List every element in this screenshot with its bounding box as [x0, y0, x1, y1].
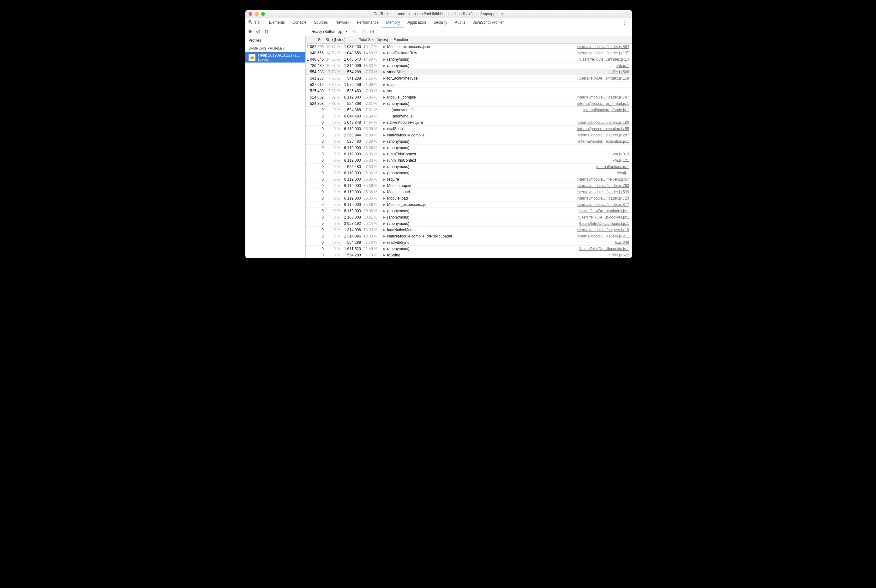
tab-elements[interactable]: Elements — [265, 18, 289, 27]
expand-arrow-icon[interactable]: ▶ — [383, 178, 387, 181]
table-row[interactable]: 524 3687.31 %524 3687.31 %▶(anonymous)in… — [306, 100, 632, 107]
expand-arrow-icon[interactable]: ▶ — [383, 209, 387, 213]
source-link[interactable]: internal/module…/helpers.js:67 — [577, 177, 629, 182]
source-link[interactable]: vm.js:121 — [613, 158, 629, 163]
table-row[interactable]: 00 %1 611 52022.48 %▶(anonymous)/Users/f… — [306, 246, 632, 252]
source-link[interactable]: vm.js:312 — [613, 152, 629, 156]
expand-arrow-icon[interactable]: ▶ — [383, 203, 387, 206]
expand-arrow-icon[interactable]: ▶ — [383, 64, 387, 67]
table-row[interactable]: 00 %6 119 00085.36 %▶Module.loadinternal… — [306, 195, 632, 201]
source-link[interactable]: internal/proces…er_thread.js:1 — [577, 101, 629, 106]
table-row[interactable]: 00 %3 953 19255.14 %▶(anonymous)/Users/f… — [306, 220, 632, 227]
inspect-icon[interactable] — [247, 19, 254, 26]
close-icon[interactable] — [249, 12, 252, 16]
table-row[interactable]: 00 %6 119 00085.36 %▶requireinternal/mod… — [306, 176, 632, 183]
expand-arrow-icon[interactable]: ▶ — [383, 77, 387, 80]
source-link[interactable]: /Users/felix/De…b/cookies.js:1 — [578, 215, 629, 219]
source-link[interactable]: /Users/felix/De…s/index.js:158 — [578, 76, 629, 81]
tab-audits[interactable]: Audits — [451, 18, 469, 27]
table-row[interactable]: 1 087 20015.17 %1 087 20015.17 %▶Module.… — [306, 44, 632, 50]
table-row[interactable]: 00 %6 119 00085.36 %▶Module._extensions.… — [306, 201, 632, 208]
table-row[interactable]: 525 4807.33 %525 4807.33 %▶set — [306, 88, 632, 94]
source-link[interactable]: buffer.js:568 — [609, 70, 629, 74]
eye-icon[interactable] — [352, 29, 357, 34]
expand-arrow-icon[interactable]: ▶ — [383, 247, 387, 250]
table-row[interactable]: 1 048 64014.63 %1 048 64014.63 %▶(anonym… — [306, 56, 632, 63]
source-link[interactable]: internal/proces…xecution.js:55 — [577, 127, 629, 131]
table-row[interactable]: 554 2887.73 %554 2887.73 %▶stringSlicebu… — [306, 69, 632, 75]
source-link[interactable]: /Users/felix/De…ib/cookie.js:1 — [579, 247, 629, 251]
device-icon[interactable] — [254, 19, 261, 26]
expand-arrow-icon[interactable]: ▶ — [383, 89, 387, 93]
source-link[interactable]: buffer.js:622 — [609, 253, 629, 257]
clear-icon[interactable] — [256, 29, 261, 34]
source-link[interactable]: internal/module…/helpers.js:19 — [577, 228, 629, 232]
source-link[interactable]: internal/module…/loader.js:884 — [577, 45, 629, 49]
grid-body[interactable]: 1 087 20015.17 %1 087 20015.17 %▶Module.… — [306, 44, 632, 258]
source-link[interactable]: internal/bootst…execution.js:1 — [578, 139, 629, 144]
expand-arrow-icon[interactable]: ▶ — [383, 235, 387, 238]
table-row[interactable]: 00 %6 119 00085.36 %▶Module.requireinter… — [306, 183, 632, 189]
table-row[interactable]: 00 %525 4807.33 %▶(anonymous)internal/bo… — [306, 138, 632, 145]
table-row[interactable]: 1 048 65614.63 %1 048 65614.63 %▶readPac… — [306, 50, 632, 56]
table-row[interactable]: 524 8327.32 %6 119 00085.36 %▶Module._co… — [306, 94, 632, 100]
table-row[interactable]: 00 %554 2887.73 %▶readFileSyncfs.js:346 — [306, 239, 632, 246]
col-total-size[interactable]: Total Size (bytes) — [348, 36, 391, 43]
table-row[interactable]: 527 6167.36 %1 576 25621.99 %▶map — [306, 81, 632, 88]
table-row[interactable]: 00 %524 3687.31 %(anonymous)internal/boo… — [306, 107, 632, 113]
table-row[interactable]: 00 %6 644 48092.69 %(anonymous) — [306, 113, 632, 119]
source-link[interactable]: internal/bootst…loaders.js:183 — [578, 120, 629, 125]
expand-arrow-icon[interactable]: ▶ — [383, 228, 387, 231]
source-link[interactable]: /Users/felix/De…t/request.js:1 — [579, 221, 629, 226]
sidebar-item-heap-profile[interactable]: Heap.20190913.121710.540 Loaded — [245, 52, 305, 63]
expand-arrow-icon[interactable]: ▶ — [383, 102, 387, 105]
expand-arrow-icon[interactable]: ▶ — [383, 58, 387, 61]
expand-arrow-icon[interactable]: ▶ — [383, 153, 387, 156]
expand-arrow-icon[interactable]: ▶ — [383, 254, 387, 257]
col-self-size[interactable]: Self Size (bytes) — [306, 36, 348, 43]
view-mode-select[interactable]: Heavy (Bottom Up) ▼ — [311, 29, 348, 34]
tab-network[interactable]: Network — [332, 18, 353, 27]
table-row[interactable]: 00 %6 119 00085.36 %▶(anonymous)/Users/f… — [306, 208, 632, 214]
table-row[interactable]: 00 %1 314 09618.33 %▶loadNativeModuleint… — [306, 227, 632, 233]
source-link[interactable]: internal/module…/loader.js:787 — [577, 95, 629, 99]
table-row[interactable]: 00 %6 119 00085.36 %▶evalScriptinternal/… — [306, 126, 632, 132]
table-row[interactable]: 00 %1 314 09618.33 %▶NativeModule.compil… — [306, 233, 632, 239]
expand-arrow-icon[interactable]: ▶ — [383, 146, 387, 149]
record-icon[interactable] — [248, 29, 252, 34]
expand-arrow-icon[interactable]: ▶ — [383, 159, 387, 162]
delete-icon[interactable] — [264, 29, 269, 34]
expand-arrow-icon[interactable]: ▶ — [383, 197, 387, 200]
kebab-icon[interactable]: ⋮ — [619, 20, 630, 26]
col-function[interactable]: Function — [391, 36, 632, 43]
expand-arrow-icon[interactable]: ▶ — [383, 241, 387, 244]
source-link[interactable]: internal/module…/loader.js:599 — [577, 190, 629, 194]
tab-security[interactable]: Security — [430, 18, 451, 27]
expand-arrow-icon[interactable]: ▶ — [383, 165, 387, 168]
expand-arrow-icon[interactable]: ▶ — [383, 140, 387, 143]
expand-arrow-icon[interactable]: ▶ — [383, 184, 387, 187]
table-row[interactable]: 00 %6 119 00085.36 %▶(anonymous)[eval]:1 — [306, 170, 632, 176]
table-row[interactable]: 786 48010.97 %1 314 09618.33 %▶(anonymou… — [306, 63, 632, 69]
tab-console[interactable]: Console — [289, 18, 310, 27]
source-link[interactable]: fs.js:346 — [615, 240, 629, 245]
expand-arrow-icon[interactable]: ▶ — [383, 70, 387, 74]
expand-arrow-icon[interactable]: ▶ — [383, 45, 387, 48]
tab-application[interactable]: Application — [404, 18, 430, 27]
tab-performance[interactable]: Performance — [353, 18, 382, 27]
expand-arrow-icon[interactable]: ▶ — [383, 222, 387, 225]
tab-javascript-profiler[interactable]: JavaScript Profiler — [469, 18, 507, 27]
source-link[interactable]: internal/bootstrap/node.js:1 — [583, 108, 629, 112]
table-row[interactable]: 541 2887.55 %541 2887.55 %▶forEachMimeTy… — [306, 75, 632, 81]
close-icon[interactable] — [361, 29, 365, 34]
source-link[interactable]: /Users/felix/De…est/index.js:1 — [579, 209, 629, 213]
source-link[interactable]: internal/module…/loader.js:197 — [577, 51, 629, 55]
expand-arrow-icon[interactable]: ▶ — [383, 216, 387, 219]
minimize-icon[interactable] — [255, 12, 259, 16]
table-row[interactable]: 00 %1 049 84814.64 %▶nativeModuleRequire… — [306, 119, 632, 126]
source-link[interactable]: internal/module…/loader.js:877 — [577, 202, 629, 207]
source-link[interactable]: internal/options.js:1 — [597, 165, 629, 169]
source-link[interactable]: internal/module…/loader.js:763 — [577, 183, 629, 188]
table-row[interactable]: 00 %554 2887.73 %▶toStringbuffer.js:622 — [306, 252, 632, 258]
table-row[interactable]: 00 %6 119 00085.36 %▶runInThisContextvm.… — [306, 157, 632, 164]
